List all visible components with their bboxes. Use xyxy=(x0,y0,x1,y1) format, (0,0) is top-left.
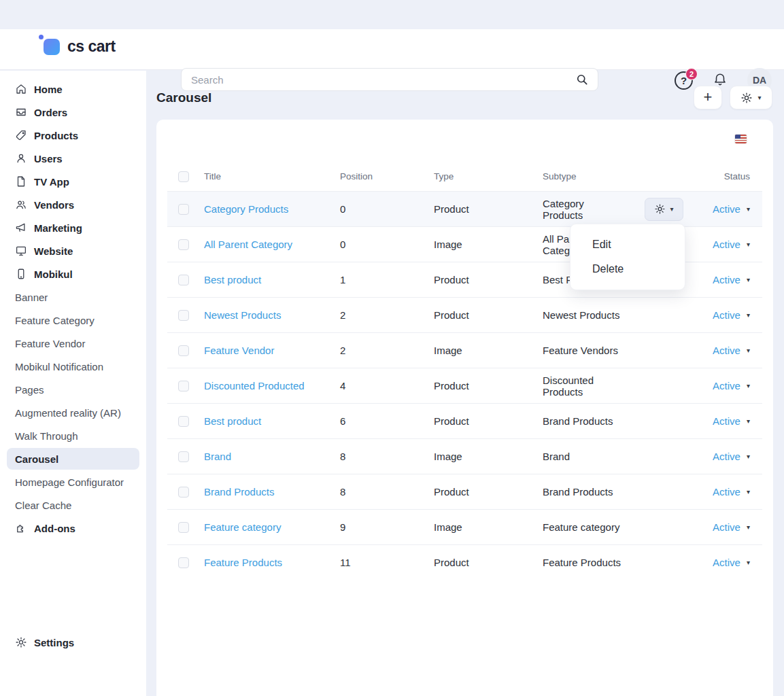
title-link[interactable]: Feature Products xyxy=(204,557,282,568)
status-dropdown[interactable]: Active▾ xyxy=(696,309,762,321)
title-cell: Feature Products xyxy=(204,557,340,568)
sidebar-item-walk-through[interactable]: Walk Through xyxy=(0,424,146,447)
status-link[interactable]: Active xyxy=(713,309,740,321)
status-dropdown[interactable]: Active▾ xyxy=(696,345,762,356)
status-link[interactable]: Active xyxy=(713,451,740,462)
sidebar-item-products[interactable]: Products xyxy=(0,124,146,147)
type-cell: Product xyxy=(434,415,543,427)
status-dropdown[interactable]: Active▾ xyxy=(696,521,762,533)
title-link[interactable]: Feature Vendor xyxy=(204,345,274,356)
row-checkbox[interactable] xyxy=(178,487,189,498)
chevron-down-icon: ▾ xyxy=(747,559,750,566)
row-checkbox[interactable] xyxy=(178,204,189,215)
row-checkbox[interactable] xyxy=(178,381,189,392)
status-dropdown[interactable]: Active▾ xyxy=(696,557,762,568)
sidebar-item-settings[interactable]: Settings xyxy=(0,631,146,654)
title-link[interactable]: Brand xyxy=(204,451,231,462)
chevron-down-icon: ▾ xyxy=(757,94,761,101)
menu-item-delete[interactable]: Delete xyxy=(570,257,685,281)
sidebar-item-label: Users xyxy=(34,153,63,164)
sidebar-item-mobikul[interactable]: Mobikul xyxy=(0,262,146,285)
title-link[interactable]: Best product xyxy=(204,274,261,285)
status-dropdown[interactable]: Active▾ xyxy=(696,380,762,392)
sidebar-item-feature-vendor[interactable]: Feature Vendor xyxy=(0,332,146,355)
chevron-down-icon: ▾ xyxy=(747,489,750,495)
select-all-checkbox[interactable] xyxy=(178,171,189,182)
sidebar-item-users[interactable]: Users xyxy=(0,147,146,170)
column-header-subtype: Subtype xyxy=(543,171,631,181)
sidebar-item-augmented-reality-ar-[interactable]: Augmented reality (AR) xyxy=(0,401,146,424)
row-checkbox[interactable] xyxy=(178,451,189,462)
status-link[interactable]: Active xyxy=(713,521,740,533)
column-header-title: Title xyxy=(204,171,340,181)
row-checkbox[interactable] xyxy=(178,557,189,568)
table-row: Discounted Producted4ProductDiscounted P… xyxy=(167,368,762,403)
row-gear-button[interactable]: ▾ xyxy=(645,198,683,221)
sidebar-item-banner[interactable]: Banner xyxy=(0,285,146,309)
status-dropdown[interactable]: Active▾ xyxy=(696,451,762,462)
logo-dot xyxy=(39,35,44,39)
add-button[interactable]: + xyxy=(694,86,722,109)
title-link[interactable]: Best product xyxy=(204,415,261,427)
status-dropdown[interactable]: Active▾ xyxy=(696,203,762,215)
menu-item-edit[interactable]: Edit xyxy=(570,232,685,257)
sidebar-item-website[interactable]: Website xyxy=(0,239,146,262)
type-cell: Product xyxy=(434,274,543,285)
position-cell: 8 xyxy=(340,486,434,498)
sidebar-item-clear-cache[interactable]: Clear Cache xyxy=(0,493,146,517)
title-link[interactable]: Category Products xyxy=(204,203,288,215)
status-link[interactable]: Active xyxy=(713,380,740,392)
type-cell: Image xyxy=(434,239,543,250)
sidebar-item-mobikul-notification[interactable]: Mobikul Notification xyxy=(0,355,146,378)
status-link[interactable]: Active xyxy=(713,557,740,568)
sidebar-item-homepage-configurator[interactable]: Homepage Configurator xyxy=(0,470,146,493)
title-cell: Best product xyxy=(204,274,340,285)
sidebar-item-pages[interactable]: Pages xyxy=(0,378,146,401)
position-cell: 6 xyxy=(340,415,434,427)
sidebar-item-add-ons[interactable]: Add-ons xyxy=(0,517,146,540)
status-dropdown[interactable]: Active▾ xyxy=(696,415,762,427)
subtype-cell: Discounted Products xyxy=(543,375,631,398)
row-checkbox[interactable] xyxy=(178,416,189,427)
status-link[interactable]: Active xyxy=(713,239,740,250)
sidebar-item-marketing[interactable]: Marketing xyxy=(0,216,146,239)
settings-dropdown-button[interactable]: ▾ xyxy=(730,86,772,109)
row-checkbox[interactable] xyxy=(178,345,189,356)
sidebar-item-vendors[interactable]: Vendors xyxy=(0,193,146,216)
position-cell: 0 xyxy=(340,203,434,215)
title-cell: Brand xyxy=(204,451,340,462)
type-cell: Image xyxy=(434,345,543,356)
marketing-icon xyxy=(15,222,27,234)
sidebar-item-label: Mobikul xyxy=(34,268,73,280)
sidebar-item-tv-app[interactable]: TV App xyxy=(0,170,146,193)
sidebar-item-label: Clear Cache xyxy=(15,500,71,511)
row-checkbox[interactable] xyxy=(178,310,189,321)
title-link[interactable]: Brand Products xyxy=(204,486,274,498)
sidebar-item-home[interactable]: Home xyxy=(0,77,146,101)
row-checkbox[interactable] xyxy=(178,275,189,285)
us-flag-icon xyxy=(735,135,747,143)
status-link[interactable]: Active xyxy=(713,274,740,285)
status-link[interactable]: Active xyxy=(713,345,740,356)
title-link[interactable]: Discounted Producted xyxy=(204,380,305,392)
sidebar-item-orders[interactable]: Orders xyxy=(0,101,146,124)
row-checkbox[interactable] xyxy=(178,239,189,250)
status-dropdown[interactable]: Active▾ xyxy=(696,274,762,285)
status-dropdown[interactable]: Active▾ xyxy=(696,486,762,498)
position-cell: 1 xyxy=(340,274,434,285)
status-link[interactable]: Active xyxy=(713,203,740,215)
subtype-cell: Newest Products xyxy=(543,309,631,321)
sidebar-item-label: Homepage Configurator xyxy=(15,476,124,488)
products-icon xyxy=(15,129,27,141)
title-link[interactable]: Feature category xyxy=(204,521,281,533)
position-cell: 4 xyxy=(340,380,434,392)
sidebar-item-carousel[interactable]: Carousel xyxy=(7,448,139,470)
status-dropdown[interactable]: Active▾ xyxy=(696,239,762,250)
row-checkbox[interactable] xyxy=(178,522,189,533)
status-link[interactable]: Active xyxy=(713,486,740,498)
title-link[interactable]: Newest Products xyxy=(204,309,281,321)
logo[interactable]: cs cart xyxy=(44,37,116,56)
title-link[interactable]: All Parent Category xyxy=(204,239,292,250)
sidebar-item-feature-category[interactable]: Feature Category xyxy=(0,309,146,332)
status-link[interactable]: Active xyxy=(713,415,740,427)
